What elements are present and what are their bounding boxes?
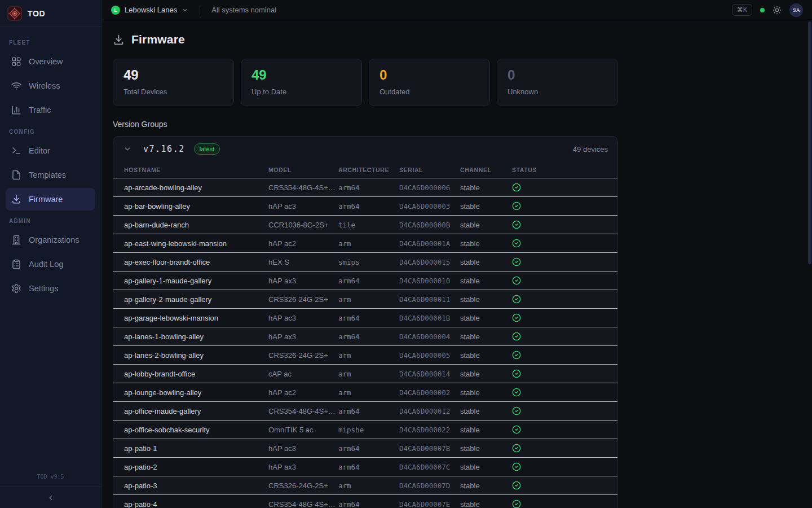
chevron-down-icon <box>123 145 131 153</box>
cell-hostname: ap-lobby-brandt-office <box>124 370 268 378</box>
table-row[interactable]: ap-office-sobchak-securityOmniTIK 5 acmi… <box>113 420 617 439</box>
cell-model: hAP ac3 <box>268 444 338 453</box>
page-content: Firmware 49Total Devices49Up to Date0Out… <box>102 20 812 508</box>
table-row[interactable]: ap-bar-bowling-alleyhAP ac3arm64D4CA6D00… <box>113 196 617 215</box>
table-row[interactable]: ap-exec-floor-brandt-officehEX SsmipsD4C… <box>113 252 617 271</box>
page-title: Firmware <box>131 33 185 46</box>
cell-architecture: arm64 <box>338 407 399 415</box>
clipboard-icon <box>11 259 21 269</box>
cell-hostname: ap-gallery-1-maude-gallery <box>124 277 268 285</box>
cell-model: OmniTIK 5 ac <box>268 426 338 434</box>
cell-model: hAP ax3 <box>268 277 338 285</box>
table-row[interactable]: ap-garage-lebowski-mansionhAP ac3arm64D4… <box>113 308 617 327</box>
sidebar-item-wireless[interactable]: Wireless <box>6 75 95 97</box>
sidebar-item-editor[interactable]: Editor <box>6 139 95 162</box>
sidebar-item-overview[interactable]: Overview <box>6 50 95 73</box>
cell-channel: stable <box>460 183 512 192</box>
column-header-hostname: HOSTNAME <box>124 167 268 173</box>
sidebar-item-settings[interactable]: Settings <box>6 277 95 300</box>
version-group-header[interactable]: v7.16.2 latest 49 devices <box>113 137 617 161</box>
org-switcher[interactable]: L Lebowski Lanes <box>111 6 188 15</box>
cell-model: CRS326-24G-2S+ <box>268 351 338 360</box>
status-ok-icon <box>512 276 617 285</box>
sidebar-item-label: Traffic <box>29 106 51 115</box>
stat-card-up-to-date: 49Up to Date <box>241 59 362 106</box>
sidebar-item-label: Overview <box>29 57 63 66</box>
table-row[interactable]: ap-lanes-1-bowling-alleyhAP ax3arm64D4CA… <box>113 327 617 345</box>
sidebar-item-label: Settings <box>29 284 58 293</box>
table-row[interactable]: ap-lanes-2-bowling-alleyCRS326-24G-2S+ar… <box>113 345 617 364</box>
cell-serial: D4CA6D000011 <box>399 295 460 304</box>
sidebar-collapse-button[interactable] <box>0 487 101 508</box>
cell-hostname: ap-garage-lebowski-mansion <box>124 314 268 322</box>
cell-hostname: ap-gallery-2-maude-gallery <box>124 295 268 304</box>
cell-serial: D4CA6D00007D <box>399 481 460 490</box>
cell-model: CRS326-24G-2S+ <box>268 481 338 490</box>
table-row[interactable]: ap-lobby-brandt-officecAP acarmD4CA6D000… <box>113 364 617 383</box>
cell-serial: D4CA6D000006 <box>399 183 460 192</box>
table-row[interactable]: ap-patio-3CRS326-24G-2S+armD4CA6D00007Ds… <box>113 476 617 494</box>
cell-hostname: ap-east-wing-lebowski-mansion <box>124 239 268 248</box>
table-row[interactable]: ap-patio-2hAP ax3arm64D4CA6D00007Cstable <box>113 457 617 476</box>
stat-value: 0 <box>379 68 479 82</box>
sidebar-item-organizations[interactable]: Organizations <box>6 229 95 251</box>
latest-badge: latest <box>194 143 220 155</box>
table-row[interactable]: ap-office-maude-galleryCRS354-48G-4S+…ar… <box>113 401 617 420</box>
cell-hostname: ap-office-maude-gallery <box>124 407 268 415</box>
table-row[interactable]: ap-lounge-bowling-alleyhAP ac2armD4CA6D0… <box>113 383 617 401</box>
cell-model: hAP ax3 <box>268 332 338 341</box>
sidebar-item-audit-log[interactable]: Audit Log <box>6 253 95 275</box>
stat-label: Total Devices <box>123 87 223 96</box>
user-avatar[interactable]: SA <box>789 3 803 17</box>
table-row[interactable]: ap-barn-dude-ranchCCR1036-8G-2S+tileD4CA… <box>113 215 617 234</box>
cell-serial: D4CA6D00000B <box>399 221 460 229</box>
table-header-row: HOSTNAME MODEL ARCHITECTURE SERIAL CHANN… <box>113 161 617 178</box>
status-ok-icon <box>512 332 617 341</box>
status-ok-icon <box>512 295 617 304</box>
health-dot <box>760 8 765 12</box>
stat-value: 49 <box>251 68 351 82</box>
table-row[interactable]: ap-gallery-2-maude-galleryCRS326-24G-2S+… <box>113 290 617 308</box>
sidebar-item-traffic[interactable]: Traffic <box>6 99 95 121</box>
table-row[interactable]: ap-arcade-bowling-alleyCRS354-48G-4S+…ar… <box>113 178 617 196</box>
cell-architecture: arm64 <box>338 202 399 211</box>
status-ok-icon <box>512 462 617 471</box>
cell-serial: D4CA6D00007B <box>399 444 460 453</box>
table-row[interactable]: ap-patio-4CRS354-48G-4S+…arm64D4CA6D0000… <box>113 494 617 508</box>
sidebar-item-label: Firmware <box>29 195 63 204</box>
sidebar-item-templates[interactable]: Templates <box>6 164 95 186</box>
cell-channel: stable <box>460 202 512 211</box>
table-row[interactable]: ap-gallery-1-maude-galleryhAP ax3arm64D4… <box>113 271 617 290</box>
topbar: L Lebowski Lanes All systems nominal ⌘K … <box>102 0 812 20</box>
cell-model: CRS326-24G-2S+ <box>268 295 338 304</box>
status-ok-icon <box>512 369 617 378</box>
main-area: L Lebowski Lanes All systems nominal ⌘K … <box>102 0 812 508</box>
sidebar: TOD FLEETOverviewWirelessTrafficCONFIGEd… <box>0 0 102 508</box>
cell-hostname: ap-lanes-2-bowling-alley <box>124 351 268 360</box>
vertical-scrollbar[interactable] <box>807 21 812 508</box>
cell-model: hAP ac3 <box>268 202 338 211</box>
cell-architecture: arm64 <box>338 463 399 471</box>
cell-hostname: ap-exec-floor-brandt-office <box>124 258 268 266</box>
cell-hostname: ap-arcade-bowling-alley <box>124 183 268 192</box>
cell-channel: stable <box>460 407 512 415</box>
topbar-divider <box>200 6 200 15</box>
cell-model: cAP ac <box>268 370 338 378</box>
cell-serial: D4CA6D000010 <box>399 277 460 285</box>
tod-logo-icon <box>7 6 22 21</box>
page-title-row: Firmware <box>113 33 812 46</box>
status-ok-icon <box>512 388 617 397</box>
theme-toggle-button[interactable] <box>773 6 782 15</box>
table-row[interactable]: ap-east-wing-lebowski-mansionhAP ac2armD… <box>113 234 617 252</box>
cell-model: CRS354-48G-4S+… <box>268 407 338 415</box>
command-palette-shortcut[interactable]: ⌘K <box>732 4 752 16</box>
table-row[interactable]: ap-patio-1hAP ac3arm64D4CA6D00007Bstable <box>113 439 617 457</box>
sidebar-footer: TOD v9.5 <box>0 468 101 508</box>
sidebar-item-firmware[interactable]: Firmware <box>6 188 95 211</box>
cell-model: CRS354-48G-4S+… <box>268 500 338 508</box>
cell-channel: stable <box>460 370 512 378</box>
version-groups-heading: Version Groups <box>113 120 812 129</box>
stat-card-unknown: 0Unknown <box>497 59 618 106</box>
download-icon <box>113 34 125 46</box>
scrollbar-thumb[interactable] <box>808 21 811 264</box>
